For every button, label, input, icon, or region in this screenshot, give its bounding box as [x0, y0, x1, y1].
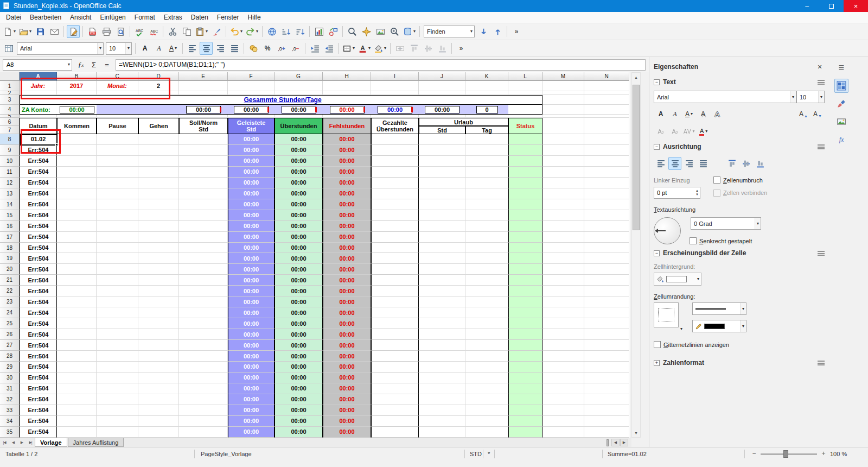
grid-cell[interactable] [97, 253, 138, 264]
checkbox-box[interactable] [654, 341, 661, 348]
grid-cell[interactable] [179, 373, 228, 383]
grid-cell[interactable] [57, 405, 97, 416]
grid-cell[interactable]: 00:00 [228, 105, 275, 115]
find-down-icon[interactable] [477, 25, 490, 38]
grid-cell[interactable] [97, 373, 138, 383]
next-sheet-icon[interactable]: ▶ [17, 438, 26, 447]
valign-top-icon[interactable] [725, 157, 738, 170]
grid-cell[interactable]: 00:00 [275, 264, 323, 275]
status-sum[interactable]: Summe=01.02 [608, 450, 647, 458]
align-justify-icon[interactable] [697, 157, 710, 170]
grid-cell[interactable] [419, 405, 465, 416]
grid-cell[interactable] [419, 275, 465, 286]
grid-cell[interactable] [542, 118, 584, 134]
column-header-k[interactable]: K [465, 72, 508, 81]
grid-cell[interactable]: 00:00 [323, 210, 371, 221]
grid-cell[interactable] [584, 362, 629, 373]
save-icon[interactable] [34, 25, 47, 38]
dropdown-icon[interactable]: ▾ [697, 277, 699, 281]
hscroll-left-icon[interactable]: ◀ [611, 439, 620, 446]
grid-cell[interactable] [371, 362, 419, 373]
grid-cell[interactable] [371, 178, 419, 188]
row-header-14[interactable]: 14 [0, 199, 20, 210]
grid-cell[interactable]: 00:00 [323, 394, 371, 405]
grid-cell[interactable]: 00:00 [275, 329, 323, 340]
sort-ascending-icon[interactable] [279, 25, 292, 38]
grid-cell[interactable]: 00:00 [275, 307, 323, 318]
grid-cell[interactable] [97, 427, 138, 438]
row-header-19[interactable]: 19 [0, 253, 20, 264]
row-header-17[interactable]: 17 [0, 232, 20, 243]
grid-cell[interactable] [508, 383, 542, 394]
grid-cell[interactable]: 00:00 [228, 156, 275, 167]
cell-background-color-button[interactable]: ▾ [654, 273, 701, 286]
status-insert-mode[interactable]: STD [470, 450, 482, 458]
grid-cell[interactable] [465, 416, 508, 427]
grid-cell[interactable] [179, 81, 228, 91]
column-header-c[interactable]: C [97, 72, 138, 81]
grid-cell[interactable] [57, 264, 97, 275]
grid-cell[interactable]: Err:504 [20, 232, 57, 243]
grid-cell[interactable] [57, 91, 97, 95]
table-header-cell[interactable]: Urlaub [419, 118, 508, 126]
row-header-34[interactable]: 34 [0, 416, 20, 427]
grid-cell[interactable] [465, 275, 508, 286]
grid-cell[interactable] [508, 199, 542, 210]
grid-cell[interactable] [508, 394, 542, 405]
grid-cell[interactable] [508, 351, 542, 362]
grid-cell[interactable] [97, 296, 138, 307]
grid-cell[interactable] [542, 362, 584, 373]
grid-cell[interactable] [138, 188, 179, 199]
fmt-shadow-icon[interactable]: A [697, 108, 710, 121]
grid-cell[interactable] [371, 221, 419, 232]
grid-cell[interactable] [465, 394, 508, 405]
grid-cell[interactable]: Err:504 [20, 296, 57, 307]
grid-cell[interactable] [465, 134, 508, 145]
grid-cell[interactable] [584, 427, 629, 438]
grid-cell[interactable]: Err:504 [20, 188, 57, 199]
grid-cell[interactable] [419, 221, 465, 232]
del-decimal-icon[interactable]: ,0− [289, 42, 302, 55]
grid-cell[interactable] [419, 373, 465, 383]
grid-cell[interactable]: 00:00 [228, 373, 275, 383]
grid-cell[interactable] [57, 243, 97, 254]
grid-cell[interactable] [57, 145, 97, 156]
grid-cell[interactable] [419, 210, 465, 221]
grid-cell[interactable] [542, 253, 584, 264]
grid-cell[interactable] [542, 286, 584, 296]
grid-cell[interactable] [584, 232, 629, 243]
grid-cell[interactable]: 00:00 [228, 221, 275, 232]
grid-cell[interactable]: 00:00 [323, 221, 371, 232]
grid-cell[interactable] [57, 134, 97, 145]
grid-cell[interactable] [179, 188, 228, 199]
grid-cell[interactable] [57, 167, 97, 178]
zoom-slider-thumb[interactable] [783, 450, 788, 458]
grid-cell[interactable] [179, 243, 228, 254]
grid-cell[interactable] [508, 373, 542, 383]
grid-cell[interactable] [371, 167, 419, 178]
grid-cell[interactable]: 00:00 [228, 416, 275, 427]
section-number-format-header[interactable]: + Zahlenformat [654, 357, 825, 369]
grid-cell[interactable] [584, 167, 629, 178]
grid-cell[interactable] [371, 188, 419, 199]
align-right-icon[interactable] [214, 42, 227, 55]
grid-cell[interactable] [508, 167, 542, 178]
grid-cell[interactable] [371, 199, 419, 210]
grid-cell[interactable] [138, 210, 179, 221]
print-icon[interactable] [100, 25, 113, 38]
menu-datei[interactable]: Datei [2, 12, 25, 22]
grid-cell[interactable]: 00:00 [275, 296, 323, 307]
column-header-a[interactable]: A [20, 72, 57, 81]
grid-cell[interactable] [179, 167, 228, 178]
grid-cell[interactable]: 00:00 [275, 105, 323, 115]
dropdown-icon[interactable]: ▾ [818, 91, 824, 103]
sum-icon[interactable]: Σ [87, 59, 100, 71]
dropdown-icon[interactable]: ▾ [755, 218, 761, 229]
close-button[interactable]: × [844, 0, 868, 12]
grid-cell[interactable] [179, 307, 228, 318]
grid-cell[interactable]: Err:504 [20, 243, 57, 254]
grid-cell[interactable] [371, 318, 419, 329]
orientation-degrees-select[interactable]: 0 Grad ▾ [691, 217, 761, 230]
grid-cell[interactable] [57, 188, 97, 199]
menu-ansicht[interactable]: Ansicht [66, 12, 95, 22]
